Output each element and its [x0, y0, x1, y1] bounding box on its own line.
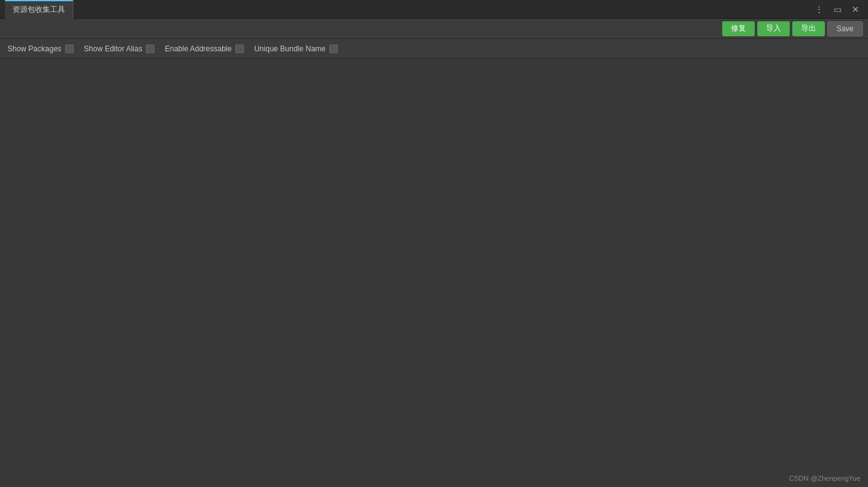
menu-button[interactable]: ⋮	[811, 3, 827, 16]
show-editor-alias-checkbox[interactable]	[146, 44, 155, 53]
show-editor-alias-label: Show Editor Alias	[84, 44, 142, 53]
title-tab-label: 资源包收集工具	[13, 4, 65, 15]
close-icon: ✕	[852, 4, 859, 14]
show-packages-label: Show Packages	[8, 44, 61, 53]
restore-button[interactable]: ▭	[830, 3, 845, 16]
title-bar: 资源包收集工具 ⋮ ▭ ✕	[0, 0, 868, 19]
enable-addressable-checkbox[interactable]	[235, 44, 244, 53]
options-bar: Show Packages Show Editor Alias Enable A…	[0, 39, 868, 59]
option-show-packages[interactable]: Show Packages	[5, 44, 81, 53]
main-content	[0, 59, 868, 487]
title-bar-left: 资源包收集工具	[5, 0, 73, 19]
option-enable-addressable[interactable]: Enable Addressable	[162, 44, 252, 53]
watermark-text: CSDN @ZhenpengYue	[789, 474, 860, 482]
export-button[interactable]: 导出	[792, 21, 825, 36]
title-bar-controls: ⋮ ▭ ✕	[811, 3, 863, 16]
save-button[interactable]: Save	[827, 21, 863, 36]
unique-bundle-name-checkbox[interactable]	[329, 44, 338, 53]
import-button[interactable]: 导入	[757, 21, 790, 36]
unique-bundle-name-label: Unique Bundle Name	[254, 44, 325, 53]
watermark: CSDN @ZhenpengYue	[789, 474, 860, 482]
show-packages-checkbox[interactable]	[65, 44, 74, 53]
option-unique-bundle-name[interactable]: Unique Bundle Name	[252, 44, 345, 53]
toolbar: 修复 导入 导出 Save	[0, 19, 868, 39]
menu-icon: ⋮	[815, 4, 824, 14]
option-show-editor-alias[interactable]: Show Editor Alias	[81, 44, 162, 53]
restore-icon: ▭	[834, 4, 842, 14]
title-tab[interactable]: 资源包收集工具	[5, 0, 73, 19]
repair-button[interactable]: 修复	[722, 21, 755, 36]
enable-addressable-label: Enable Addressable	[165, 44, 232, 53]
close-button[interactable]: ✕	[848, 3, 863, 16]
